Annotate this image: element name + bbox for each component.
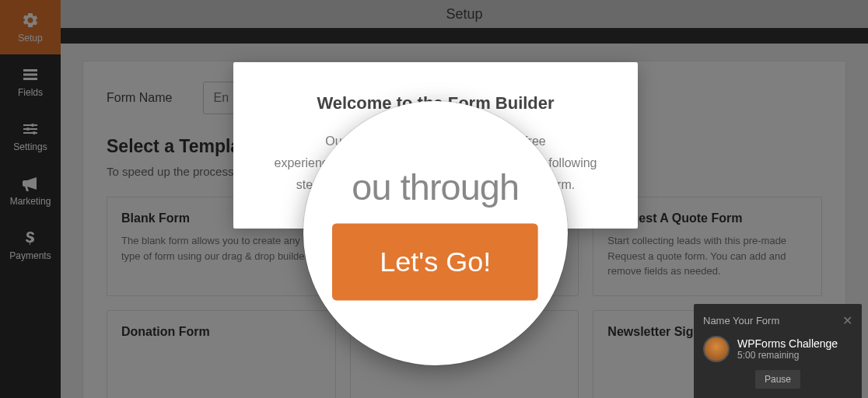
magnifier: ou through Let's Go!	[303, 101, 568, 365]
form-name-label: Form Name	[107, 91, 172, 105]
sliders-icon	[21, 120, 40, 138]
sidebar-item-label: Payments	[9, 250, 51, 261]
sidebar: Setup Fields Settings Marketing Payments	[0, 0, 61, 398]
sidebar-item-label: Settings	[13, 141, 47, 152]
sidebar-item-label: Marketing	[10, 196, 51, 207]
sidebar-item-payments[interactable]: Payments	[0, 218, 61, 272]
challenge-subtitle: 5:00 remaining	[737, 350, 838, 361]
sidebar-item-settings[interactable]: Settings	[0, 109, 61, 163]
sidebar-item-setup[interactable]: Setup	[0, 0, 61, 54]
card-desc: The blank form allows you to create any …	[121, 233, 321, 264]
list-icon	[21, 65, 40, 84]
svg-rect-2	[23, 78, 37, 80]
template-card-donation[interactable]: Donation Form	[107, 310, 336, 398]
challenge-title: WPForms Challenge	[737, 337, 838, 350]
magnifier-background-text: ou through	[332, 166, 538, 210]
challenge-widget: Name Your Form ✕ WPForms Challenge 5:00 …	[694, 304, 862, 398]
pause-button[interactable]: Pause	[755, 370, 800, 389]
topbar: Setup	[61, 0, 868, 28]
lets-go-button[interactable]: Let's Go!	[332, 223, 538, 300]
sidebar-item-label: Setup	[18, 33, 42, 44]
svg-rect-1	[23, 74, 37, 76]
close-icon[interactable]: ✕	[842, 313, 852, 328]
svg-point-5	[33, 131, 36, 134]
sidebar-item-fields[interactable]: Fields	[0, 54, 61, 109]
dollar-icon	[21, 229, 40, 247]
challenge-head: Name Your Form	[703, 315, 779, 326]
sidebar-item-label: Fields	[18, 87, 43, 98]
bullhorn-icon	[21, 174, 40, 193]
page-title: Setup	[446, 6, 482, 23]
sidebar-item-marketing[interactable]: Marketing	[0, 163, 61, 218]
card-desc: Start collecting leads with this pre-mad…	[607, 233, 807, 279]
svg-point-3	[31, 124, 34, 127]
avatar-icon	[703, 336, 730, 362]
svg-point-4	[26, 127, 30, 131]
gear-icon	[21, 11, 40, 30]
svg-rect-0	[23, 69, 37, 72]
card-title: Donation Form	[121, 325, 321, 339]
subbar	[61, 28, 868, 44]
